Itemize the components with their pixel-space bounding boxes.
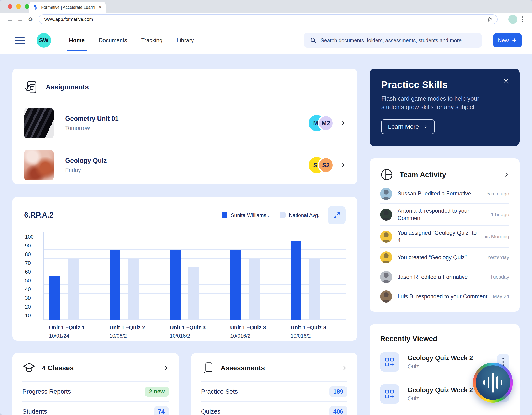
count-badge: 74 — [154, 406, 169, 415]
back-icon[interactable]: ← — [5, 16, 15, 23]
documents-stack-icon — [201, 361, 214, 375]
hamburger-menu-icon[interactable] — [15, 37, 25, 44]
classes-card: 4 Classes Progress Reports 2 new Student… — [12, 353, 179, 415]
count-badge: 189 — [329, 386, 347, 397]
zoom-window-button[interactable] — [25, 4, 29, 9]
activity-item[interactable]: You created “Geology Quiz” Yesterday — [380, 248, 509, 267]
nav-item-tracking[interactable]: Tracking — [141, 34, 163, 47]
y-tick-label: 30 — [25, 295, 31, 301]
url-text: www.app.formative.com — [45, 17, 487, 22]
assignment-row[interactable]: Geology Quiz Friday S1 S2 — [24, 144, 346, 186]
recent-item-title: Geology Quiz Week 2 — [408, 354, 497, 362]
quizes-row[interactable]: Quizes 406 — [201, 402, 347, 415]
browser-menu-icon[interactable] — [519, 16, 527, 22]
activity-item[interactable]: You assigned “Geology Quiz” to 4 This Mo… — [380, 226, 509, 248]
bar-group — [164, 232, 225, 320]
bar-student — [110, 250, 120, 320]
bar-national-avg — [68, 259, 78, 320]
activity-item[interactable]: Luis B. responded to your Comment May 24 — [380, 287, 509, 307]
graduation-cap-icon — [22, 361, 36, 375]
chevron-right-icon[interactable] — [504, 172, 509, 177]
progress-reports-row[interactable]: Progress Reports 2 new — [22, 382, 169, 402]
chevron-right-icon[interactable] — [340, 120, 346, 126]
assessments-header: Assessments — [201, 361, 347, 382]
y-tick-label: 90 — [25, 243, 31, 249]
new-button[interactable]: New — [493, 33, 522, 47]
practice-sets-row[interactable]: Practice Sets 189 — [201, 382, 347, 402]
x-date-label: 10/016/2 — [170, 333, 225, 339]
students-row[interactable]: Students 74 — [22, 402, 169, 415]
learn-more-button[interactable]: Learn More — [381, 119, 435, 134]
address-bar[interactable]: www.app.formative.com — [39, 14, 497, 24]
x-axis-category: Unit 1 –Quiz 310/016/2 — [225, 324, 285, 339]
search-icon — [310, 37, 316, 44]
bookmark-star-icon[interactable] — [487, 16, 493, 22]
close-window-button[interactable] — [8, 4, 12, 9]
bar-national-avg — [249, 259, 260, 320]
browser-tab[interactable]: Formative | Accelerate Learning ✕ — [29, 2, 105, 13]
assignment-row[interactable]: Geometry Unit 01 Tomorrow M1 M2 — [24, 102, 346, 144]
y-tick-label: 50 — [25, 278, 31, 284]
chart-legend: Sunita Williams... National Avg. — [221, 212, 319, 218]
activity-timestamp: May 24 — [493, 294, 509, 299]
browser-profile-avatar[interactable] — [508, 15, 517, 24]
avatar — [380, 271, 392, 283]
browser-tab-bar: Formative | Accelerate Learning ✕ + — [0, 0, 532, 13]
team-activity-icon — [380, 168, 393, 181]
chevron-right-icon[interactable] — [163, 365, 169, 371]
chart-bars — [44, 232, 346, 320]
assignment-thumbnail — [24, 108, 54, 138]
nav-item-home[interactable]: Home — [69, 34, 85, 47]
chart-plot-area — [43, 232, 346, 320]
bar-group — [225, 232, 285, 320]
quiz-type-icon-tile — [380, 352, 399, 372]
avatar — [380, 209, 392, 221]
activity-timestamp: This Morning — [480, 234, 509, 240]
bar-national-avg — [189, 267, 199, 320]
search-input[interactable]: Search documents, folders, assessments, … — [304, 33, 482, 48]
legend-swatch-student — [221, 212, 227, 218]
classes-title: 4 Classes — [42, 364, 157, 372]
tab-close-icon[interactable]: ✕ — [98, 5, 102, 10]
close-icon[interactable] — [503, 78, 510, 85]
voice-assistant-button[interactable] — [473, 363, 513, 403]
formative-favicon — [33, 5, 38, 10]
chevron-right-icon[interactable] — [342, 365, 347, 371]
reload-icon[interactable]: ⟳ — [26, 16, 35, 23]
y-tick-label: 40 — [25, 286, 31, 292]
window-controls[interactable] — [8, 4, 29, 9]
standard-chart-card: 6.RP.A.2 Sunita Williams... National Avg… — [12, 197, 357, 341]
new-tab-button[interactable]: + — [110, 4, 114, 10]
expand-icon — [332, 211, 341, 219]
primary-nav: Home Documents Tracking Library — [69, 34, 194, 47]
avatar — [380, 251, 392, 263]
expand-chart-button[interactable] — [328, 206, 346, 224]
chevron-right-icon[interactable] — [340, 162, 346, 168]
recently-viewed-title: Recently Viewed — [380, 333, 509, 346]
assignment-due-date: Tomorrow — [65, 125, 309, 131]
x-axis-category: Unit 1 –Quiz 110/01/24 — [44, 324, 104, 339]
forward-icon[interactable]: → — [16, 16, 25, 23]
avatar — [380, 231, 392, 243]
x-category-label: Unit 1 –Quiz 3 — [170, 324, 225, 331]
bar-national-avg — [309, 259, 320, 320]
x-axis-category: Unit 1 –Quiz 310/016/2 — [164, 324, 225, 339]
activity-item[interactable]: Antonia J. responded to your Comment 1 h… — [380, 204, 509, 226]
browser-window: Formative | Accelerate Learning ✕ + ← → … — [0, 0, 532, 415]
x-category-label: Unit 1 –Quiz 2 — [110, 324, 165, 331]
activity-item[interactable]: Jason R. edited a Formative Tuesday — [380, 267, 509, 287]
nav-item-documents[interactable]: Documents — [99, 34, 127, 47]
avatar — [380, 290, 392, 302]
app-header: SW Home Documents Tracking Library Searc… — [0, 26, 532, 55]
grid-plus-icon — [385, 357, 394, 367]
user-avatar[interactable]: SW — [37, 33, 51, 48]
chart-x-axis: Unit 1 –Quiz 110/01/24Unit 1 –Quiz 210/0… — [44, 320, 346, 339]
assignments-card: Assignments Geometry Unit 01 Tomorrow M1… — [12, 69, 357, 184]
nav-item-library[interactable]: Library — [177, 34, 194, 47]
tab-title: Formative | Accelerate Learning — [41, 5, 95, 10]
minimize-window-button[interactable] — [16, 4, 21, 9]
legend-entry: National Avg. — [280, 212, 319, 218]
assignment-thumbnail — [24, 150, 54, 181]
activity-item[interactable]: Sussan B. edited a Formative 5 min ago — [380, 184, 509, 204]
class-badges: M1 M2 — [309, 115, 334, 131]
